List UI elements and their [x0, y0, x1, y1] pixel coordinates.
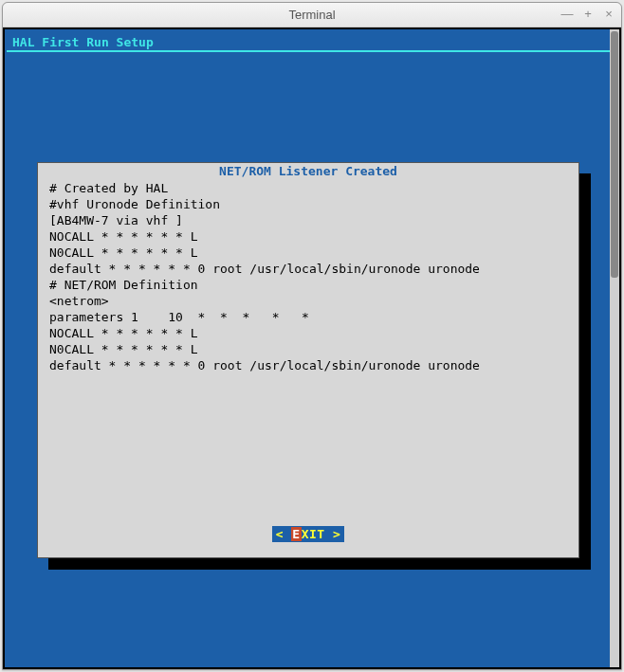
dialog-line: # NET/ROM Definition [49, 278, 198, 292]
dialog-line: #vhf Uronode Definition [49, 197, 220, 211]
terminal-body: HAL First Run Setup NET/ROM Listener Cre… [3, 27, 621, 669]
dialog-line: default * * * * * * 0 root /usr/local/sb… [49, 358, 480, 372]
scrollbar-thumb[interactable] [611, 31, 618, 278]
dialog-line: NOCALL * * * * * * L [49, 326, 198, 340]
window-controls: — + × [560, 7, 615, 20]
dialog-line: NOCALL * * * * * * L [49, 229, 198, 244]
app-title: HAL First Run Setup [5, 29, 619, 50]
titlebar: Terminal — + × [3, 3, 621, 27]
exit-hotkey: E [291, 527, 301, 541]
dialog-line: N0CALL * * * * * * L [49, 245, 198, 260]
dialog-line: default * * * * * * 0 root /usr/local/sb… [49, 262, 480, 276]
dialog-content: # Created by HAL #vhf Uronode Definition… [49, 180, 567, 373]
dialog-title: NET/ROM Listener Created [38, 162, 578, 178]
dialog-wrap: NET/ROM Listener Created # Created by HA… [37, 162, 579, 558]
dialog-button-row: < EXIT > [38, 526, 578, 542]
dialog-line: # Created by HAL [49, 181, 168, 195]
dialog-line: <netrom> [49, 294, 109, 308]
exit-right-bracket: > [333, 527, 340, 541]
app-rule [7, 50, 617, 52]
window-title: Terminal [288, 8, 335, 22]
minimize-button[interactable]: — [560, 7, 574, 20]
terminal-window: Terminal — + × HAL First Run Setup NET/R… [2, 2, 622, 670]
exit-left-bracket: < [276, 527, 292, 541]
dialog-line: parameters 1 10 * * * * * [49, 310, 309, 324]
scrollbar[interactable] [610, 29, 619, 667]
dialog-line: [AB4MW-7 via vhf ] [49, 213, 183, 227]
close-button[interactable]: × [602, 7, 615, 20]
exit-rest: XIT [302, 527, 333, 541]
maximize-button[interactable]: + [581, 7, 595, 20]
dialog-line: N0CALL * * * * * * L [49, 342, 198, 356]
exit-button[interactable]: < EXIT > [272, 526, 345, 542]
dialog: NET/ROM Listener Created # Created by HA… [37, 162, 579, 558]
